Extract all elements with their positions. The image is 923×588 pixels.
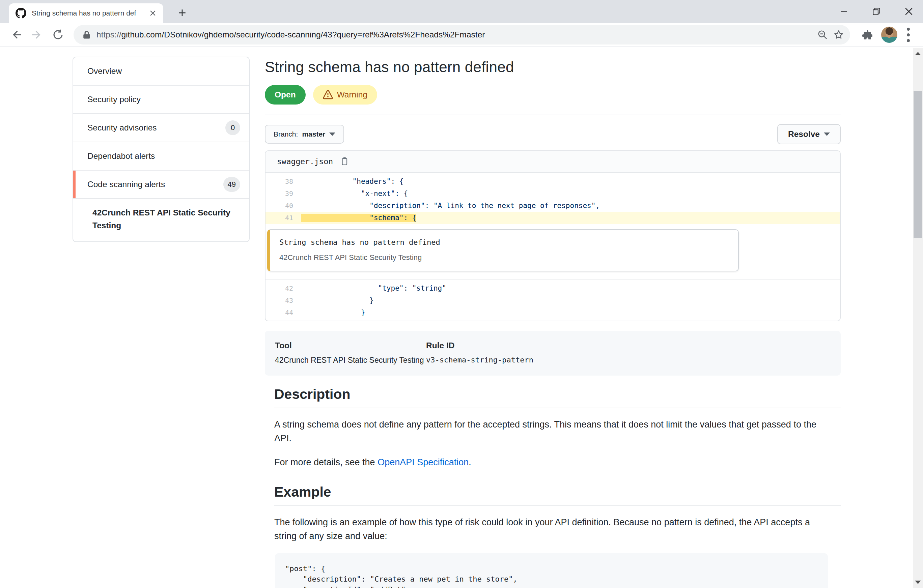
code-line-highlighted: 41 "schema": { [266, 212, 840, 224]
tab-close-icon[interactable] [148, 8, 158, 18]
security-sidebar: Overview Security policy Security adviso… [72, 57, 250, 242]
extensions-puzzle-icon[interactable] [858, 26, 875, 43]
new-tab-button[interactable] [174, 5, 190, 21]
scrollbar-thumb[interactable] [913, 91, 922, 238]
code-text: "type": "string" [301, 284, 446, 292]
sidebar-item-security-advisories[interactable]: Security advisories 0 [73, 114, 249, 142]
annotation-message: String schema has no pattern defined [279, 238, 728, 246]
chevron-down-icon [824, 133, 830, 136]
branch-row: Branch: master Resolve [265, 124, 841, 144]
more-details-text: For more details, see the [274, 457, 378, 467]
forward-button-icon[interactable] [28, 26, 46, 44]
sidebar-item-label: Code scanning alerts [87, 180, 165, 189]
minimize-button-icon[interactable] [837, 5, 851, 18]
tab-strip: String schema has no pattern def [0, 0, 923, 23]
scrollbar-up-arrow[interactable] [913, 48, 923, 59]
description-paragraph: A string schema does not define any patt… [274, 418, 834, 446]
code-snippet-card: swagger.json 38 "headers": { 39 "x-next [265, 151, 841, 321]
code-text: "headers": { [301, 177, 404, 185]
copy-file-icon[interactable] [340, 157, 349, 166]
rule-id-value: v3-schema-string-pattern [426, 356, 533, 364]
tool-rule-box: Tool 42Crunch REST API Static Security T… [265, 331, 841, 375]
sidebar-item-security-policy[interactable]: Security policy [73, 86, 249, 114]
line-number[interactable]: 43 [266, 296, 301, 305]
sidebar-item-code-scanning-alerts[interactable]: Code scanning alerts 49 [73, 170, 249, 199]
scrollbar-down-arrow[interactable] [913, 577, 923, 588]
address-bar[interactable]: https://github.com/DSotnikov/ghdemo/secu… [74, 25, 850, 44]
tool-column: Tool 42Crunch REST API Static Security T… [275, 341, 426, 365]
code-text: } [301, 308, 365, 316]
sidebar-item-label: Security advisories [87, 123, 157, 133]
line-number[interactable]: 38 [266, 177, 301, 185]
sidebar-item-label: Dependabot alerts [87, 151, 155, 161]
alert-detail: String schema has no pattern defined Ope… [265, 57, 841, 588]
url-path: github.com/DSotnikov/ghdemo/security/cod… [122, 30, 485, 39]
restore-button-icon[interactable] [870, 5, 883, 18]
code-text: "x-next": { [301, 190, 408, 198]
status-badges: Open Warning [265, 85, 841, 105]
description-heading: Description [274, 387, 841, 408]
warning-triangle-icon [323, 90, 333, 100]
tool-value: 42Crunch REST API Static Security Testin… [275, 356, 426, 365]
code-text: } [301, 296, 374, 305]
code-line: 43 } [266, 294, 840, 306]
browser-toolbar: https://github.com/DSotnikov/ghdemo/secu… [0, 23, 923, 47]
example-code-block: "post": { "description": "Creates a new … [275, 553, 828, 588]
line-number[interactable]: 39 [266, 190, 301, 198]
back-button-icon[interactable] [7, 26, 25, 44]
close-window-button-icon[interactable] [902, 5, 916, 18]
profile-avatar[interactable] [881, 27, 897, 43]
header-divider [265, 115, 841, 115]
code-line: 42 "type": "string" [266, 282, 840, 294]
sidebar-item-dependabot-alerts[interactable]: Dependabot alerts [73, 142, 249, 170]
alert-annotation-card: String schema has no pattern defined 42C… [267, 229, 739, 272]
code-line: 38 "headers": { [266, 175, 840, 187]
annotation-zone: String schema has no pattern defined 42C… [266, 226, 840, 280]
code-text: "description": "A link to the next page … [301, 201, 600, 210]
severity-warning-badge: Warning [313, 85, 377, 105]
branch-selector-button[interactable]: Branch: master [265, 125, 344, 144]
annotation-tool-name: 42Crunch REST API Static Security Testin… [279, 253, 728, 262]
rule-id-label: Rule ID [426, 341, 533, 350]
code-line: 39 "x-next": { [266, 187, 840, 200]
file-name[interactable]: swagger.json [277, 157, 333, 166]
url-scheme: https:// [97, 30, 122, 39]
state-open-badge: Open [265, 85, 305, 105]
openapi-spec-link[interactable]: OpenAPI Specification [378, 457, 468, 467]
tool-label: Tool [275, 341, 426, 350]
severity-label: Warning [337, 90, 367, 100]
example-heading: Example [274, 484, 841, 506]
zoom-out-icon[interactable] [815, 27, 831, 43]
line-number[interactable]: 44 [266, 308, 301, 316]
url-text[interactable]: https://github.com/DSotnikov/ghdemo/secu… [97, 30, 485, 39]
code-file-header: swagger.json [266, 151, 840, 173]
page-scrollbar[interactable] [913, 48, 923, 588]
code-line: 40 "description": "A link to the next pa… [266, 200, 840, 212]
rule-column: Rule ID v3-schema-string-pattern [426, 341, 533, 365]
branch-label: Branch: [274, 130, 298, 138]
advisories-count-badge: 0 [225, 120, 240, 135]
window-controls [837, 0, 916, 23]
line-number[interactable]: 41 [266, 214, 301, 222]
description-more-paragraph: For more details, see the OpenAPI Specif… [274, 455, 834, 469]
browser-menu-icon[interactable] [901, 27, 916, 43]
github-favicon-icon [15, 8, 26, 18]
chevron-down-icon [329, 133, 335, 136]
sidebar-item-label: Overview [87, 66, 122, 76]
line-number[interactable]: 40 [266, 201, 301, 210]
lock-icon[interactable] [82, 30, 91, 39]
github-page: Overview Security policy Security adviso… [0, 48, 923, 588]
sidebar-subitem-42crunch[interactable]: 42Crunch REST API Static Security Testin… [73, 199, 249, 241]
resolve-label: Resolve [788, 129, 820, 139]
resolve-button[interactable]: Resolve [777, 124, 841, 144]
line-number[interactable]: 42 [266, 284, 301, 292]
bookmark-star-icon[interactable] [831, 27, 847, 43]
browser-tab[interactable]: String schema has no pattern def [9, 3, 163, 23]
code-lines-bottom: 42 "type": "string" 43 } 44 } [266, 280, 840, 321]
sidebar-item-overview[interactable]: Overview [73, 57, 249, 86]
code-line: 44 } [266, 306, 840, 319]
tab-title: String schema has no pattern def [32, 9, 148, 17]
highlighted-code-text: "schema": { [301, 214, 416, 222]
reload-button-icon[interactable] [49, 26, 67, 44]
period-text: . [468, 457, 471, 467]
